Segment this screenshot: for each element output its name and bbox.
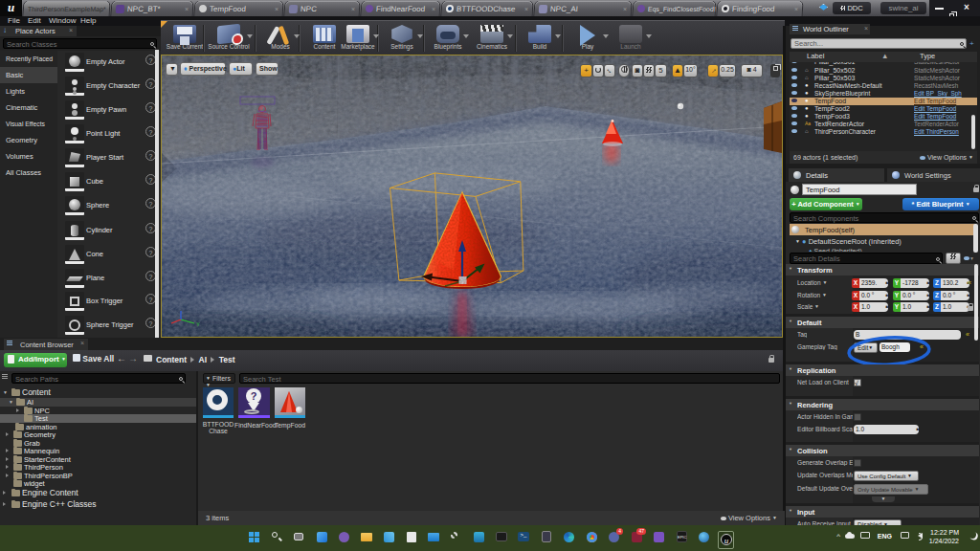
svg-text:Y: Y [196,321,200,327]
